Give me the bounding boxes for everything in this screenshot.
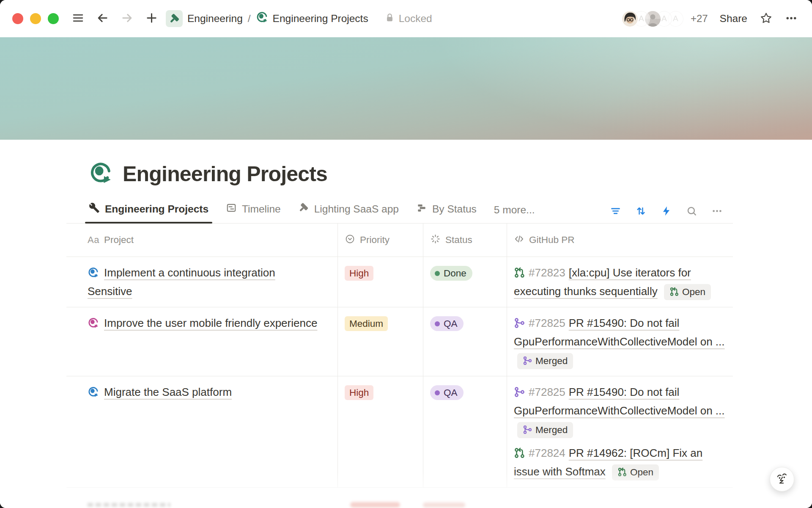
priority-tag[interactable]: High xyxy=(345,266,373,281)
pr-entry: #72825PR #15490: Do not fail GpuPerforma… xyxy=(514,314,726,370)
status-dot xyxy=(435,271,440,276)
priority-cell[interactable]: High xyxy=(337,257,423,307)
fullscreen-window-button[interactable] xyxy=(48,13,59,24)
project-title-link[interactable]: Migrate the SaaS platform xyxy=(104,386,232,398)
window-toolbar: Engineering / Engineering Projects Locke… xyxy=(0,0,812,37)
breadcrumb-page[interactable]: Engineering Projects xyxy=(256,11,368,26)
automation-button[interactable] xyxy=(661,205,672,217)
filter-button[interactable] xyxy=(610,205,621,217)
tab-timeline[interactable]: Timeline xyxy=(226,202,281,223)
arrow-right-icon xyxy=(121,11,134,26)
breadcrumb-workspace[interactable]: Engineering xyxy=(187,13,243,25)
project-title-link[interactable]: Improve the user mobile friendly experie… xyxy=(104,317,317,329)
locked-indicator[interactable]: Locked xyxy=(384,12,432,25)
column-label: GitHub PR xyxy=(529,235,575,246)
pr-number: #72823 xyxy=(529,266,565,279)
ellipsis-icon xyxy=(785,12,798,26)
pr-entry: #72824PR #14962: [ROCm] Fix an issue wit… xyxy=(514,444,726,481)
pr-state-badge[interactable]: Open xyxy=(612,464,659,480)
project-page-icon xyxy=(88,386,99,398)
page-circle-arrow-icon xyxy=(256,11,269,26)
project-cell[interactable]: Implement a continuous integration Sensi… xyxy=(66,257,337,307)
page-title-icon[interactable] xyxy=(89,161,113,187)
pr-merged-icon xyxy=(523,425,532,434)
status-cell[interactable]: Done xyxy=(423,257,507,307)
sort-arrows-icon xyxy=(635,205,647,217)
project-title-link[interactable]: Implement a continuous integration Sensi… xyxy=(88,266,275,298)
sidebar-toggle-button[interactable] xyxy=(71,11,85,26)
table-row: Migrate the SaaS platform High QA #72825… xyxy=(66,376,733,488)
github-pr-cell[interactable]: #72825PR #15490: Do not fail GpuPerforma… xyxy=(507,376,733,487)
github-pr-cell[interactable]: #72823[xla:cpu] Use iterators for execut… xyxy=(507,257,733,307)
window-controls xyxy=(12,13,59,24)
notion-window: Engineering / Engineering Projects Locke… xyxy=(0,0,812,508)
avatar-initial: A xyxy=(673,14,678,23)
text-property-icon: Aa xyxy=(88,235,99,246)
table-header: Aa Project Priority Status GitHub PR xyxy=(66,224,733,257)
tab-engineering-projects[interactable]: Engineering Projects xyxy=(89,202,208,223)
minimize-window-button[interactable] xyxy=(30,13,41,24)
pr-state-badge[interactable]: Open xyxy=(664,284,711,300)
page-cover-image[interactable] xyxy=(0,37,812,140)
notion-ai-button[interactable] xyxy=(770,467,794,491)
status-spinner-icon xyxy=(430,234,441,247)
window-more-options-button[interactable] xyxy=(785,12,798,26)
table-row: Implement a continuous integration Sensi… xyxy=(66,257,733,307)
priority-tag[interactable]: High xyxy=(345,385,373,400)
status-cell[interactable]: QA xyxy=(423,376,507,487)
project-cell[interactable]: Migrate the SaaS platform xyxy=(66,376,337,487)
pr-open-icon xyxy=(669,287,679,296)
partial-next-row-tag xyxy=(423,502,465,508)
tab-lighting-saas-app[interactable]: Lighting SaaS app xyxy=(298,202,399,223)
more-views-button[interactable]: 5 more... xyxy=(494,204,535,223)
hammer-icon xyxy=(298,202,309,216)
forward-button[interactable] xyxy=(121,11,134,26)
column-header-status[interactable]: Status xyxy=(423,224,507,257)
close-window-button[interactable] xyxy=(12,13,23,24)
tab-by-status[interactable]: By Status xyxy=(416,202,477,223)
status-dot xyxy=(435,321,440,326)
presence-overflow-count[interactable]: +27 xyxy=(691,13,708,25)
status-tag[interactable]: Done xyxy=(430,266,472,281)
locked-label: Locked xyxy=(399,13,432,25)
status-label: QA xyxy=(444,387,458,398)
view-options-button[interactable] xyxy=(711,205,723,217)
hamburger-icon xyxy=(71,11,85,26)
tab-label: Timeline xyxy=(242,203,281,215)
view-tabs-bar: Engineering Projects Timeline Lighting S… xyxy=(66,202,733,224)
status-tag[interactable]: QA xyxy=(430,316,464,331)
tab-label: Lighting SaaS app xyxy=(314,203,399,215)
pr-state-badge[interactable]: Merged xyxy=(517,353,573,369)
avatar-stack[interactable]: A A A xyxy=(621,10,684,28)
new-tab-button[interactable] xyxy=(145,11,158,26)
column-header-project[interactable]: Aa Project xyxy=(66,224,337,257)
column-header-github-pr[interactable]: GitHub PR xyxy=(507,224,733,257)
sort-button[interactable] xyxy=(635,205,647,217)
column-header-priority[interactable]: Priority xyxy=(337,224,423,257)
status-label: Done xyxy=(444,268,466,279)
pr-state-badge[interactable]: Merged xyxy=(517,422,573,438)
page-title[interactable]: Engineering Projects xyxy=(123,162,327,186)
project-page-icon xyxy=(88,267,99,279)
workspace-hammer-icon[interactable] xyxy=(166,10,183,27)
column-label: Project xyxy=(104,235,134,246)
search-button[interactable] xyxy=(686,205,697,217)
partial-next-row xyxy=(88,503,170,507)
priority-cell[interactable]: Medium xyxy=(337,307,423,376)
favorite-button[interactable] xyxy=(760,12,772,25)
project-page-icon xyxy=(88,317,99,329)
status-cell[interactable]: QA xyxy=(423,307,507,376)
share-button[interactable]: Share xyxy=(720,13,747,25)
project-cell[interactable]: Improve the user mobile friendly experie… xyxy=(66,307,337,376)
lock-icon xyxy=(384,12,395,25)
priority-cell[interactable]: High xyxy=(337,376,423,487)
toolbar-right: A A A +27 Share xyxy=(621,10,798,28)
status-tag[interactable]: QA xyxy=(430,385,464,400)
pr-merged-icon xyxy=(514,318,525,329)
pr-state-label: Open xyxy=(630,467,653,478)
lightning-icon xyxy=(661,205,672,217)
github-pr-cell[interactable]: #72825PR #15490: Do not fail GpuPerforma… xyxy=(507,307,733,376)
priority-tag[interactable]: Medium xyxy=(345,316,388,331)
avatar[interactable] xyxy=(621,10,639,28)
back-button[interactable] xyxy=(96,11,109,26)
